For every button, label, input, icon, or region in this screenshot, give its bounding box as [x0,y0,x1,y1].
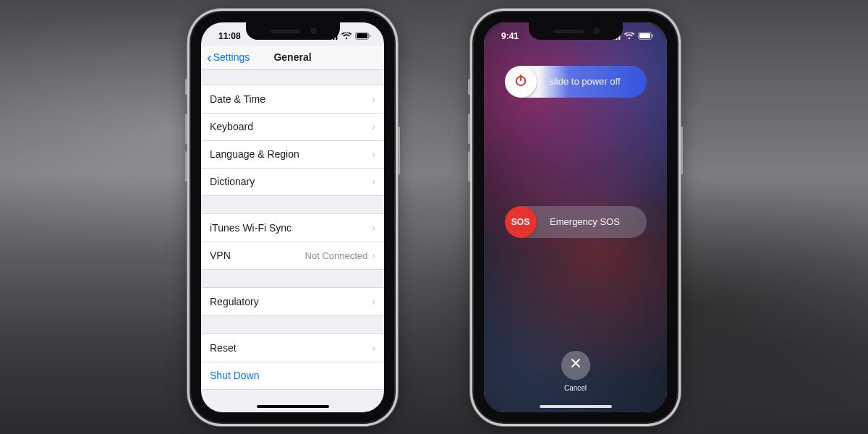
back-button[interactable]: ‹ Settings [207,50,250,64]
close-icon [570,357,582,373]
svg-rect-5 [357,33,367,38]
svg-rect-6 [370,35,371,38]
wifi-icon [341,33,352,40]
home-indicator[interactable] [540,405,612,408]
slide-to-power-off[interactable]: slide to power off [505,66,647,98]
nav-bar: ‹ Settings General [201,46,384,70]
power-slider-thumb[interactable] [505,66,537,98]
row-date-time[interactable]: Date & Time › [201,85,384,113]
chevron-right-icon: › [372,148,375,160]
row-shut-down[interactable]: Shut Down [201,362,384,389]
svg-rect-12 [639,33,650,38]
page-title: General [273,51,311,63]
power-off-screen: 9:41 slide to power [484,22,667,412]
power-slider-label: slide to power off [537,76,647,87]
row-regulatory[interactable]: Regulatory › [201,288,384,315]
sos-icon: SOS [511,217,529,227]
chevron-right-icon: › [372,296,375,307]
battery-icon [638,32,654,40]
chevron-right-icon: › [372,176,375,187]
sos-slider-thumb[interactable]: SOS [505,206,537,238]
row-dictionary[interactable]: Dictionary › [201,168,384,195]
row-language-region[interactable]: Language & Region › [201,140,384,168]
row-keyboard[interactable]: Keyboard › [201,113,384,140]
back-label: Settings [213,51,250,63]
battery-icon [355,32,371,40]
power-icon [514,73,528,90]
row-vpn[interactable]: VPN Not Connected › [201,242,384,269]
notch [529,22,623,40]
wifi-icon [624,33,634,40]
status-time: 11:08 [214,27,241,41]
sos-slider-label: Emergency SOS [537,216,647,227]
chevron-right-icon: › [372,342,375,354]
emergency-sos-slider[interactable]: SOS Emergency SOS [505,206,647,238]
home-indicator[interactable] [257,405,329,408]
iphone-settings: 11:08 ‹ Settings General [191,12,394,422]
cancel-button[interactable] [561,351,590,380]
row-itunes-wifi-sync[interactable]: iTunes Wi-Fi Sync › [201,214,384,242]
settings-screen: 11:08 ‹ Settings General [201,22,384,412]
iphone-power-off: 9:41 slide to power [474,12,677,422]
chevron-right-icon: › [372,222,375,234]
notch [246,22,340,40]
svg-rect-13 [652,35,654,38]
vpn-status: Not Connected [305,250,368,261]
cancel-label: Cancel [484,384,667,392]
chevron-right-icon: › [372,93,375,105]
chevron-right-icon: › [372,250,375,261]
chevron-left-icon: ‹ [207,50,212,64]
chevron-right-icon: › [372,121,375,132]
row-reset[interactable]: Reset › [201,334,384,362]
status-time: 9:41 [497,27,519,41]
